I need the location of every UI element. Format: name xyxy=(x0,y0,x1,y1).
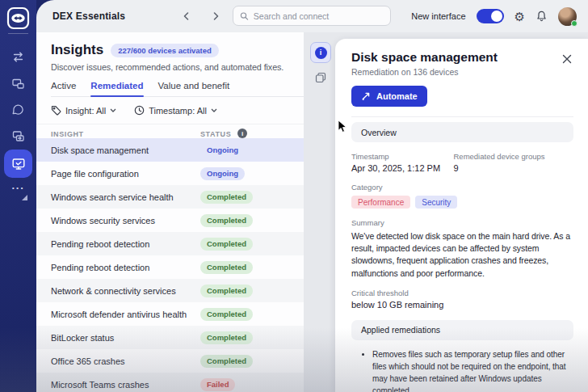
device-groups-label: Remediated device groups xyxy=(454,152,574,161)
table-row[interactable]: Office 365 crashesCompleted xyxy=(36,349,304,373)
insight-name: Microsoft Teams crashes xyxy=(51,380,149,390)
sidebar-more-icon[interactable]: ··· xyxy=(0,182,36,194)
gear-icon[interactable]: ⚙ xyxy=(514,11,525,23)
section-applied-remediations[interactable]: Applied remediations xyxy=(351,320,573,340)
insight-name: Network & connectivity services xyxy=(51,286,176,296)
bell-icon[interactable] xyxy=(536,10,548,23)
back-chevron-icon[interactable] xyxy=(182,11,191,21)
insight-name: BitLocker status xyxy=(51,333,114,343)
forward-chevron-icon[interactable] xyxy=(212,11,220,21)
online-status-dot xyxy=(571,20,578,27)
remediations-list: Removes files such as temporary setup fi… xyxy=(372,348,573,392)
status-badge: Completed xyxy=(200,355,253,368)
status-badge: Ongoing xyxy=(200,144,245,157)
insight-table: Disk space managementOngoing Page file c… xyxy=(36,138,304,392)
insight-name: Office 365 crashes xyxy=(51,356,125,366)
category-field: Category Performance Security xyxy=(351,183,573,209)
insights-panel: Insights 227/600 devices activated Disco… xyxy=(36,32,304,392)
column-header-insight: INSIGHT xyxy=(51,130,84,138)
detail-side-strip: i xyxy=(309,42,332,84)
search-input[interactable] xyxy=(254,11,384,21)
page-subtitle: Discover issues, recommended actions, an… xyxy=(51,62,291,72)
device-groups-field: Remediated device groups 9 xyxy=(454,152,574,173)
new-interface-toggle[interactable] xyxy=(477,9,504,23)
critical-threshold-value: below 10 GB remaining xyxy=(351,300,573,310)
table-row[interactable]: Pending reboot detectionCompleted xyxy=(36,232,304,255)
category-label: Category xyxy=(351,183,573,192)
search-icon xyxy=(240,11,249,21)
sidebar-resize-corner-icon[interactable] xyxy=(21,194,28,201)
status-badge: Completed xyxy=(200,214,253,227)
critical-threshold-field: Critical threshold below 10 GB remaining xyxy=(351,289,573,310)
table-row[interactable]: Pending reboot detectionCompleted xyxy=(36,255,304,279)
monitor-check-icon xyxy=(11,157,26,171)
detail-subtitle: Remediation on 136 devices xyxy=(351,67,552,77)
search-box[interactable] xyxy=(233,6,391,26)
table-row[interactable]: BitLocker statusCompleted xyxy=(36,326,304,349)
insight-name: Pending reboot detection xyxy=(51,263,149,272)
status-badge: Completed xyxy=(200,331,253,344)
sidebar-divider xyxy=(8,33,28,34)
table-row[interactable]: Network & connectivity servicesCompleted xyxy=(36,279,304,302)
summary-label: Summary xyxy=(351,218,573,227)
sidebar-item-insights-active[interactable] xyxy=(4,150,32,178)
automate-button[interactable]: Automate xyxy=(351,86,427,107)
info-tab-selected[interactable]: i xyxy=(310,42,331,63)
status-badge: Completed xyxy=(200,238,253,251)
table-row[interactable]: Windows search service healthCompleted xyxy=(36,185,304,209)
status-badge: Failed xyxy=(200,378,235,391)
sidebar-item-screens-icon[interactable] xyxy=(0,124,36,148)
table-row[interactable]: Windows security servicesCompleted xyxy=(36,209,304,232)
status-badge: Completed xyxy=(200,308,253,321)
timestamp-filter[interactable]: Timestamp: All xyxy=(134,105,217,116)
table-row[interactable]: Disk space managementOngoing xyxy=(36,138,304,162)
top-header: DEX Essentials New interface ⚙ xyxy=(36,0,588,32)
critical-threshold-label: Critical threshold xyxy=(351,289,573,297)
chevron-down-icon xyxy=(211,108,217,112)
avatar[interactable] xyxy=(558,7,577,26)
tab-active[interactable]: Active xyxy=(51,81,76,96)
divider xyxy=(351,116,573,117)
status-badge: Completed xyxy=(200,191,253,204)
status-badge: Ongoing xyxy=(200,167,245,180)
table-row[interactable]: Microsoft Teams crashesFailed xyxy=(36,373,304,392)
insight-name: Pending reboot detection xyxy=(51,239,149,249)
insight-name: Windows search service health xyxy=(51,192,174,202)
main-surface: DEX Essentials New interface ⚙ Insights … xyxy=(36,0,588,392)
section-overview[interactable]: Overview xyxy=(351,122,573,142)
insight-name: Windows security services xyxy=(51,216,155,226)
clock-icon xyxy=(134,105,145,116)
detail-title: Disk space management xyxy=(351,50,552,65)
tab-remediated[interactable]: Remediated xyxy=(90,81,143,96)
tab-value-and-benefit[interactable]: Value and benefit xyxy=(158,81,230,96)
automate-icon xyxy=(361,91,371,101)
sidebar-item-chat-icon[interactable] xyxy=(0,98,36,122)
status-info-icon[interactable]: i xyxy=(237,129,247,138)
insight-filter[interactable]: Insight: All xyxy=(51,105,116,116)
app-logo-icon[interactable] xyxy=(6,6,30,30)
page-title: Insights xyxy=(51,42,103,58)
timestamp-label: Timestamp xyxy=(351,152,454,161)
detail-zone: i Disk space management Remediation on 1… xyxy=(304,32,588,392)
table-row[interactable]: Page file configurationOngoing xyxy=(36,162,304,185)
toggle-knob xyxy=(491,11,502,22)
remediation-item: Removes files such as temporary setup fi… xyxy=(372,348,573,392)
chevron-down-icon xyxy=(110,108,116,112)
timestamp-field: Timestamp Apr 30, 2025, 1:12 PM xyxy=(351,152,454,173)
table-row[interactable]: Microsoft defender antivirus healthCompl… xyxy=(36,302,304,326)
sidebar-item-remote-devices-icon[interactable] xyxy=(0,71,36,95)
insight-name: Microsoft defender antivirus health xyxy=(51,310,187,319)
summary-value: We've detected low disk space on the mai… xyxy=(351,230,573,280)
device-groups-value: 9 xyxy=(454,163,574,173)
status-badge: Completed xyxy=(200,285,253,297)
detail-card: Disk space management Remediation on 136… xyxy=(335,39,588,392)
close-icon[interactable] xyxy=(561,53,573,65)
app-title: DEX Essentials xyxy=(52,11,125,22)
column-header-status: STATUS xyxy=(200,130,231,138)
insight-name: Page file configuration xyxy=(51,169,139,179)
summary-field: Summary We've detected low disk space on… xyxy=(351,218,573,280)
tab-bar: Active Remediated Value and benefit xyxy=(51,81,304,97)
category-badge-security: Security xyxy=(415,196,457,209)
copy-windows-icon[interactable] xyxy=(314,71,327,84)
sidebar-item-transfer-icon[interactable] xyxy=(0,44,36,69)
